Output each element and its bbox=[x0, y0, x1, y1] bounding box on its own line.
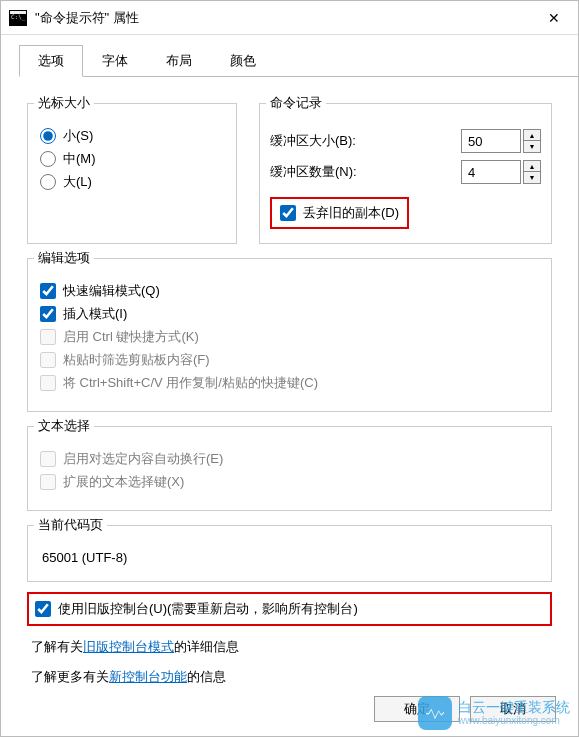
buffer-size-spinner[interactable]: ▲ ▼ bbox=[461, 129, 541, 153]
insert-mode-label: 插入模式(I) bbox=[63, 305, 127, 323]
group-command-history: 命令记录 缓冲区大小(B): ▲ ▼ 缓冲区数量(N): ▲ ▼ bbox=[259, 103, 552, 244]
buffer-count-input[interactable] bbox=[461, 160, 521, 184]
dialog-buttons: 确定 取消 bbox=[374, 696, 556, 722]
buffer-count-row: 缓冲区数量(N): ▲ ▼ bbox=[270, 160, 541, 184]
info-legacy-console: 了解有关旧版控制台模式的详细信息 bbox=[31, 638, 552, 656]
window-title: "命令提示符" 属性 bbox=[35, 9, 530, 27]
filter-clipboard: 粘贴时筛选剪贴板内容(F) bbox=[40, 351, 541, 369]
line-wrap-label: 启用对选定内容自动换行(E) bbox=[63, 450, 223, 468]
buffer-size-label: 缓冲区大小(B): bbox=[270, 132, 356, 150]
text-selection-legend: 文本选择 bbox=[34, 417, 94, 435]
cancel-button[interactable]: 取消 bbox=[470, 696, 556, 722]
info1-pre: 了解有关 bbox=[31, 639, 83, 654]
filter-clipboard-checkbox bbox=[40, 352, 56, 368]
ctrl-shift-cv-label: 将 Ctrl+Shift+C/V 用作复制/粘贴的快捷键(C) bbox=[63, 374, 318, 392]
tab-font[interactable]: 字体 bbox=[83, 45, 147, 77]
cursor-size-legend: 光标大小 bbox=[34, 94, 94, 112]
cursor-size-medium-radio[interactable] bbox=[40, 151, 56, 167]
cursor-size-small[interactable]: 小(S) bbox=[40, 127, 226, 145]
quick-edit-mode[interactable]: 快速编辑模式(Q) bbox=[40, 282, 541, 300]
info2-pre: 了解更多有关 bbox=[31, 669, 109, 684]
title-bar: "命令提示符" 属性 ✕ bbox=[1, 1, 578, 35]
ctrl-shift-cv-checkbox bbox=[40, 375, 56, 391]
info-new-console: 了解更多有关新控制台功能的信息 bbox=[31, 668, 552, 686]
tab-colors[interactable]: 颜色 bbox=[211, 45, 275, 77]
legacy-console-checkbox[interactable] bbox=[35, 601, 51, 617]
extended-edit-checkbox bbox=[40, 474, 56, 490]
cursor-size-large-radio[interactable] bbox=[40, 174, 56, 190]
edit-options-legend: 编辑选项 bbox=[34, 249, 94, 267]
legacy-console-highlight: 使用旧版控制台(U)(需要重新启动，影响所有控制台) bbox=[27, 592, 552, 626]
buffer-count-label: 缓冲区数量(N): bbox=[270, 163, 357, 181]
spin-up-icon[interactable]: ▲ bbox=[524, 161, 540, 172]
group-cursor-size: 光标大小 小(S) 中(M) 大(L) bbox=[27, 103, 237, 244]
buffer-count-spinner[interactable]: ▲ ▼ bbox=[461, 160, 541, 184]
cursor-size-medium[interactable]: 中(M) bbox=[40, 150, 226, 168]
command-history-legend: 命令记录 bbox=[266, 94, 326, 112]
cursor-size-large-label: 大(L) bbox=[63, 173, 92, 191]
buffer-size-input[interactable] bbox=[461, 129, 521, 153]
cursor-size-large[interactable]: 大(L) bbox=[40, 173, 226, 191]
new-console-features-link[interactable]: 新控制台功能 bbox=[109, 669, 187, 684]
insert-mode-checkbox[interactable] bbox=[40, 306, 56, 322]
discard-old-label: 丢弃旧的副本(D) bbox=[303, 204, 399, 222]
tab-underline bbox=[19, 76, 578, 77]
discard-old-checkbox[interactable] bbox=[280, 205, 296, 221]
quick-edit-label: 快速编辑模式(Q) bbox=[63, 282, 160, 300]
extended-edit-label: 扩展的文本选择键(X) bbox=[63, 473, 184, 491]
spin-up-icon[interactable]: ▲ bbox=[524, 130, 540, 141]
ctrl-shift-cv: 将 Ctrl+Shift+C/V 用作复制/粘贴的快捷键(C) bbox=[40, 374, 541, 392]
buffer-count-spin-buttons[interactable]: ▲ ▼ bbox=[523, 160, 541, 184]
discard-old-highlight: 丢弃旧的副本(D) bbox=[270, 197, 409, 229]
buffer-size-row: 缓冲区大小(B): ▲ ▼ bbox=[270, 129, 541, 153]
legacy-console-mode-link[interactable]: 旧版控制台模式 bbox=[83, 639, 174, 654]
insert-mode[interactable]: 插入模式(I) bbox=[40, 305, 541, 323]
line-wrap-selection: 启用对选定内容自动换行(E) bbox=[40, 450, 541, 468]
info1-post: 的详细信息 bbox=[174, 639, 239, 654]
cursor-size-medium-label: 中(M) bbox=[63, 150, 96, 168]
ok-button[interactable]: 确定 bbox=[374, 696, 460, 722]
ctrl-shortcuts-checkbox bbox=[40, 329, 56, 345]
buffer-size-spin-buttons[interactable]: ▲ ▼ bbox=[523, 129, 541, 153]
tab-options[interactable]: 选项 bbox=[19, 45, 83, 77]
cursor-size-small-radio[interactable] bbox=[40, 128, 56, 144]
line-wrap-checkbox bbox=[40, 451, 56, 467]
ctrl-shortcuts: 启用 Ctrl 键快捷方式(K) bbox=[40, 328, 541, 346]
group-edit-options: 编辑选项 快速编辑模式(Q) 插入模式(I) 启用 Ctrl 键快捷方式(K) … bbox=[27, 258, 552, 412]
quick-edit-checkbox[interactable] bbox=[40, 283, 56, 299]
group-code-page: 当前代码页 65001 (UTF-8) bbox=[27, 525, 552, 582]
tab-strip: 选项 字体 布局 颜色 bbox=[19, 45, 578, 77]
cmd-icon bbox=[9, 10, 27, 26]
filter-clipboard-label: 粘贴时筛选剪贴板内容(F) bbox=[63, 351, 210, 369]
code-page-value: 65001 (UTF-8) bbox=[38, 544, 541, 567]
spin-down-icon[interactable]: ▼ bbox=[524, 172, 540, 183]
tab-content: 光标大小 小(S) 中(M) 大(L) 命令记录 缓冲区大小(B): bbox=[1, 77, 578, 686]
legacy-console-label: 使用旧版控制台(U)(需要重新启动，影响所有控制台) bbox=[58, 600, 358, 618]
spin-down-icon[interactable]: ▼ bbox=[524, 141, 540, 152]
ctrl-shortcuts-label: 启用 Ctrl 键快捷方式(K) bbox=[63, 328, 199, 346]
use-legacy-console[interactable]: 使用旧版控制台(U)(需要重新启动，影响所有控制台) bbox=[35, 600, 542, 618]
close-button[interactable]: ✕ bbox=[530, 1, 578, 35]
cursor-size-small-label: 小(S) bbox=[63, 127, 93, 145]
extended-edit-keys: 扩展的文本选择键(X) bbox=[40, 473, 541, 491]
group-text-selection: 文本选择 启用对选定内容自动换行(E) 扩展的文本选择键(X) bbox=[27, 426, 552, 511]
info2-post: 的信息 bbox=[187, 669, 226, 684]
tab-layout[interactable]: 布局 bbox=[147, 45, 211, 77]
discard-old-duplicates[interactable]: 丢弃旧的副本(D) bbox=[280, 204, 399, 222]
code-page-legend: 当前代码页 bbox=[34, 516, 107, 534]
